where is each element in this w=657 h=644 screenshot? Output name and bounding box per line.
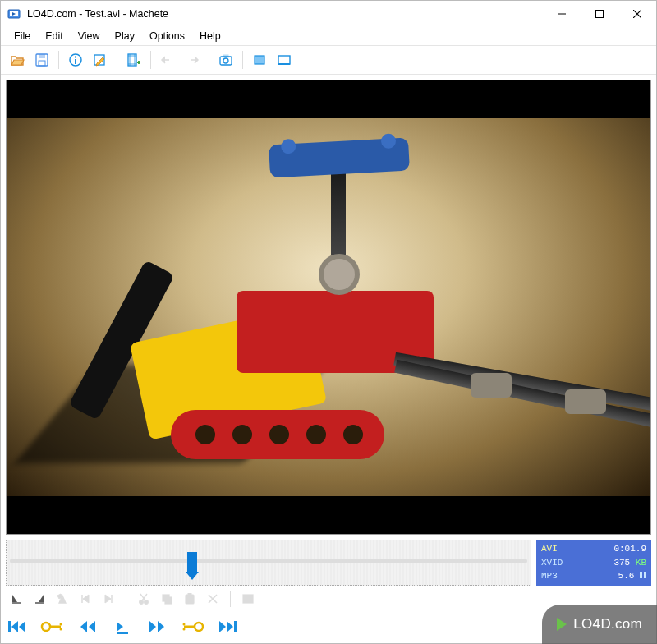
minimize-button[interactable]: [543, 1, 581, 27]
menu-options[interactable]: Options: [143, 29, 191, 44]
titlebar: LO4D.com - Test.avi - Machete: [1, 1, 656, 27]
edit-separator: [230, 591, 231, 607]
video-viewport[interactable]: [6, 80, 651, 535]
svg-marker-19: [39, 595, 44, 602]
svg-rect-14: [223, 55, 228, 58]
info-button[interactable]: [64, 48, 87, 71]
step-back-button[interactable]: [76, 615, 99, 638]
toolbar-separator: [242, 51, 243, 69]
svg-rect-17: [278, 63, 290, 65]
fullscreen-icon: [277, 53, 292, 67]
set-sel-start-button[interactable]: [6, 589, 27, 609]
status-row: AVI 0:01.9 XVID 375 KB MP3 5.6: [1, 540, 656, 586]
skip-begin-icon: [7, 619, 27, 635]
svg-rect-9: [75, 59, 76, 64]
open-button[interactable]: [6, 48, 29, 71]
status-time: 0:01.9: [613, 543, 646, 555]
set-sel-end-button[interactable]: [29, 589, 50, 609]
watermark-text: LO4D.com: [573, 616, 642, 632]
svg-rect-16: [278, 56, 290, 64]
svg-point-33: [42, 623, 50, 631]
svg-marker-32: [19, 621, 25, 632]
goto-sel-end-button[interactable]: [98, 589, 119, 609]
fullscreen-button[interactable]: [273, 48, 296, 71]
cut-icon: [137, 592, 150, 605]
window-title: LO4D.com - Test.avi - Machete: [27, 8, 168, 20]
save-button[interactable]: [30, 48, 53, 71]
menu-view[interactable]: View: [71, 29, 107, 44]
menu-play[interactable]: Play: [108, 29, 141, 44]
close-button[interactable]: [618, 1, 656, 27]
svg-point-45: [183, 623, 186, 626]
timeline-track: [10, 559, 527, 564]
svg-point-24: [145, 600, 149, 604]
svg-point-46: [183, 628, 186, 631]
paste-button[interactable]: [179, 589, 200, 609]
timeline[interactable]: [6, 540, 531, 586]
svg-marker-18: [12, 595, 17, 602]
goto-sel-end-icon: [102, 592, 115, 605]
undo-icon: [160, 53, 175, 67]
toolbar-separator: [150, 51, 151, 69]
svg-rect-44: [184, 626, 195, 628]
toolbar-separator: [209, 51, 209, 69]
status-container: AVI: [541, 543, 558, 555]
watermark-play-icon: [557, 618, 567, 631]
watermark: LO4D.com: [542, 605, 657, 644]
edit-tags-button[interactable]: [89, 48, 112, 71]
skip-begin-button[interactable]: [6, 615, 29, 638]
snapshot-icon: [218, 53, 233, 67]
svg-marker-47: [219, 621, 226, 632]
snapshot-button[interactable]: [214, 48, 237, 71]
copy-button[interactable]: [156, 589, 177, 609]
menu-file[interactable]: File: [7, 29, 37, 44]
menu-help[interactable]: Help: [193, 29, 227, 44]
svg-marker-48: [227, 621, 233, 632]
playhead[interactable]: [187, 552, 197, 573]
svg-point-13: [223, 58, 228, 63]
fit-icon: [252, 53, 267, 67]
svg-point-35: [60, 623, 62, 626]
svg-rect-5: [39, 54, 45, 58]
redo-icon: [185, 53, 200, 67]
copy-icon: [160, 592, 173, 605]
maximize-button[interactable]: [581, 1, 618, 27]
fit-window-button[interactable]: [248, 48, 271, 71]
cut-button[interactable]: [133, 589, 154, 609]
next-keyframe-button[interactable]: [180, 615, 204, 638]
svg-marker-22: [105, 595, 111, 603]
clear-selection-icon: [56, 592, 69, 605]
menubar: File Edit View Play Options Help: [1, 27, 656, 45]
undo-button[interactable]: [156, 48, 179, 71]
status-video-unit: KB: [636, 558, 646, 568]
step-forward-icon: [148, 619, 166, 635]
step-back-icon: [79, 619, 97, 635]
app-icon: [7, 7, 21, 21]
status-video-bitrate: 375: [613, 558, 630, 568]
svg-rect-28: [188, 593, 191, 596]
prev-keyframe-button[interactable]: [40, 615, 65, 638]
svg-rect-34: [49, 626, 61, 628]
svg-marker-41: [149, 621, 156, 632]
window-controls: [543, 1, 656, 27]
menu-edit[interactable]: Edit: [39, 29, 70, 44]
delete-button[interactable]: [202, 589, 223, 609]
svg-marker-31: [11, 621, 18, 632]
list-button[interactable]: [237, 589, 259, 609]
open-icon: [10, 53, 25, 67]
step-forward-button[interactable]: [145, 615, 168, 638]
svg-point-23: [140, 600, 144, 604]
svg-point-36: [60, 628, 62, 631]
clear-selection-button[interactable]: [52, 589, 73, 609]
pause-icon: [640, 572, 646, 578]
goto-sel-start-button[interactable]: [75, 589, 96, 609]
redo-button[interactable]: [181, 48, 204, 71]
svg-marker-38: [89, 621, 95, 632]
add-stream-button[interactable]: [122, 48, 145, 71]
add-stream-icon: [126, 53, 141, 67]
play-pause-button[interactable]: [111, 615, 134, 638]
svg-marker-21: [83, 595, 89, 603]
status-audio-codec: MP3: [541, 570, 558, 582]
skip-end-button[interactable]: [216, 615, 239, 638]
svg-point-8: [75, 56, 76, 58]
